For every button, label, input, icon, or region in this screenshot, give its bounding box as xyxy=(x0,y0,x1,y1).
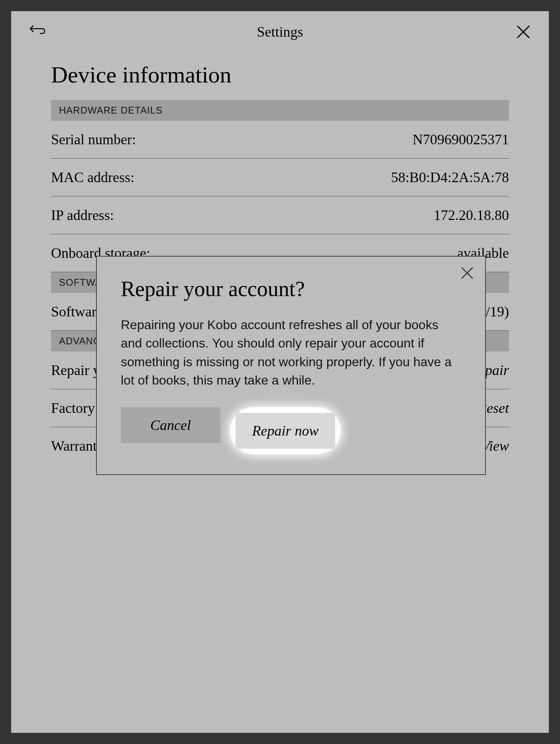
dialog-button-row: Cancel Repair now xyxy=(121,407,461,454)
close-icon xyxy=(460,266,474,280)
dialog-close-button[interactable] xyxy=(460,266,474,281)
device-frame: Settings Device information HARDWARE DET… xyxy=(0,0,560,744)
dialog-title: Repair your account? xyxy=(121,277,461,301)
dialog-body-text: Repairing your Kobo account refreshes al… xyxy=(121,316,461,390)
repair-account-dialog: Repair your account? Repairing your Kobo… xyxy=(96,256,486,475)
cancel-button[interactable]: Cancel xyxy=(121,407,220,443)
repair-now-highlight: Repair now xyxy=(230,407,341,454)
repair-now-button[interactable]: Repair now xyxy=(236,413,335,449)
screen: Settings Device information HARDWARE DET… xyxy=(11,11,549,733)
